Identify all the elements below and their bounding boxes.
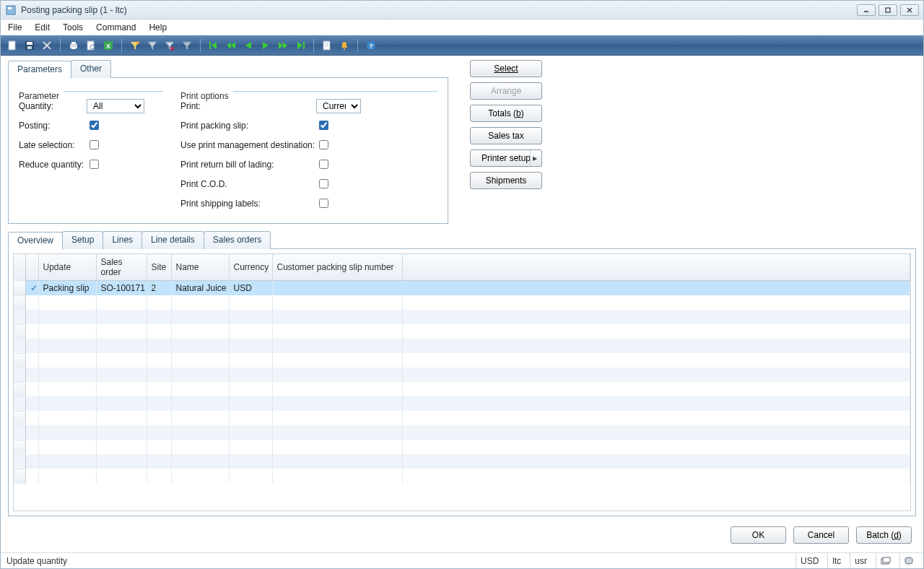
cell-sales-order[interactable]: SO-100171 — [96, 281, 147, 296]
row-handle[interactable] — [14, 382, 25, 396]
table-row[interactable] — [14, 469, 910, 483]
header-currency[interactable]: Currency — [229, 254, 272, 281]
arrange-button[interactable]: Arrange — [470, 82, 542, 100]
tab-overview[interactable]: Overview — [8, 232, 63, 250]
tab-other[interactable]: Other — [71, 60, 111, 78]
maximize-button[interactable] — [879, 4, 897, 16]
print-shipping-labels-checkbox[interactable] — [319, 199, 328, 208]
delete-icon[interactable] — [40, 38, 54, 53]
header-cust-slip[interactable]: Customer packing slip number — [272, 254, 402, 281]
filter-by-selection-icon[interactable] — [128, 38, 142, 53]
filter-by-field-icon[interactable] — [145, 38, 160, 53]
row-handle[interactable] — [14, 396, 25, 411]
print-icon[interactable] — [66, 38, 81, 53]
late-selection-checkbox[interactable] — [90, 140, 99, 149]
row-handle[interactable] — [14, 440, 25, 454]
cancel-button[interactable]: Cancel — [793, 526, 849, 544]
table-row[interactable] — [14, 295, 910, 310]
print-packing-slip-checkbox[interactable] — [319, 121, 328, 130]
menu-tools[interactable]: Tools — [63, 22, 83, 32]
table-row[interactable] — [14, 353, 910, 368]
menu-help[interactable]: Help — [149, 22, 167, 32]
minimize-button[interactable] — [857, 4, 876, 16]
row-handle[interactable] — [14, 324, 25, 339]
alert-icon[interactable] — [337, 38, 352, 53]
row-handle[interactable] — [14, 353, 25, 368]
close-button[interactable] — [900, 4, 919, 16]
cell-cust-slip[interactable] — [272, 281, 402, 296]
select-button[interactable]: Select — [470, 60, 542, 77]
row-handle[interactable] — [14, 454, 25, 469]
table-row[interactable] — [14, 368, 910, 382]
tab-parameters[interactable]: Parameters — [8, 61, 71, 79]
cell-site[interactable]: 2 — [147, 281, 171, 296]
use-print-mgmt-checkbox[interactable] — [319, 140, 328, 149]
export-excel-icon[interactable]: X — [101, 38, 116, 53]
return-bol-checkbox[interactable] — [319, 160, 328, 169]
menu-command[interactable]: Command — [96, 22, 136, 32]
menu-edit[interactable]: Edit — [35, 22, 50, 32]
header-update[interactable]: Update — [38, 254, 96, 281]
row-handle[interactable] — [14, 281, 25, 296]
row-handle[interactable] — [14, 469, 25, 483]
table-row[interactable] — [14, 382, 910, 396]
cell-currency[interactable]: USD — [229, 281, 272, 296]
cell-name[interactable]: Natural Juice — [171, 281, 229, 296]
table-row[interactable] — [14, 324, 910, 339]
table-row[interactable] — [14, 310, 910, 324]
table-row[interactable] — [14, 454, 910, 469]
table-row[interactable] — [14, 425, 910, 440]
table-row[interactable] — [14, 440, 910, 454]
reduce-quantity-checkbox[interactable] — [90, 160, 99, 169]
row-handle[interactable] — [14, 310, 25, 324]
header-sales-order[interactable]: Sales order — [96, 254, 147, 281]
row-handle[interactable] — [14, 368, 25, 382]
side-buttons: Select Arrange Totals (b) Sales tax Prin… — [470, 60, 542, 189]
tab-lines[interactable]: Lines — [103, 231, 142, 249]
overview-grid[interactable]: Update Sales order Site Name Currency Cu… — [14, 254, 910, 484]
print-select[interactable]: Current — [316, 99, 361, 113]
status-layer-icon[interactable] — [876, 553, 895, 568]
menu-file[interactable]: File — [8, 22, 22, 32]
cell-update[interactable]: Packing slip — [38, 281, 96, 296]
new-icon[interactable] — [5, 38, 19, 53]
next-page-icon[interactable] — [276, 38, 290, 53]
posting-checkbox[interactable] — [90, 121, 99, 130]
shipments-button[interactable]: Shipments — [470, 172, 542, 189]
status-db-icon[interactable] — [899, 553, 918, 568]
next-record-icon[interactable] — [258, 38, 273, 53]
svg-marker-31 — [263, 42, 269, 49]
header-site[interactable]: Site — [147, 254, 171, 281]
clear-filter-icon[interactable] — [162, 38, 177, 53]
row-check-icon[interactable]: ✓ — [25, 281, 38, 296]
quantity-select[interactable]: All — [87, 99, 144, 113]
document-handling-icon[interactable] — [320, 38, 334, 53]
tab-line-details[interactable]: Line details — [141, 231, 204, 249]
first-record-icon[interactable] — [206, 38, 221, 53]
row-handle[interactable] — [14, 339, 25, 353]
row-handle[interactable] — [14, 411, 25, 425]
last-record-icon[interactable] — [293, 38, 308, 53]
table-row[interactable] — [14, 339, 910, 353]
prev-record-icon[interactable] — [241, 38, 256, 53]
print-cod-checkbox[interactable] — [319, 179, 328, 188]
print-preview-icon[interactable] — [84, 38, 98, 53]
help-icon[interactable]: ? — [364, 38, 378, 53]
row-handle[interactable] — [14, 295, 25, 310]
table-row[interactable] — [14, 396, 910, 411]
printer-setup-button[interactable]: Printer setup▶ — [470, 149, 542, 167]
batch-button[interactable]: Batch (d) — [856, 526, 912, 544]
sales-tax-button[interactable]: Sales tax — [470, 127, 542, 144]
table-row[interactable] — [14, 411, 910, 425]
tab-setup[interactable]: Setup — [62, 231, 103, 249]
filter-grid-icon[interactable] — [180, 38, 194, 53]
tab-sales-orders[interactable]: Sales orders — [204, 231, 271, 249]
prev-page-icon[interactable] — [224, 38, 238, 53]
save-icon[interactable] — [22, 38, 37, 53]
header-name[interactable]: Name — [171, 254, 229, 281]
header-check[interactable] — [25, 254, 38, 281]
ok-button[interactable]: OK — [731, 526, 786, 544]
totals-button[interactable]: Totals (b) — [470, 105, 542, 122]
table-row[interactable]: ✓Packing slipSO-1001712Natural JuiceUSD — [14, 281, 910, 296]
row-handle[interactable] — [14, 425, 25, 440]
